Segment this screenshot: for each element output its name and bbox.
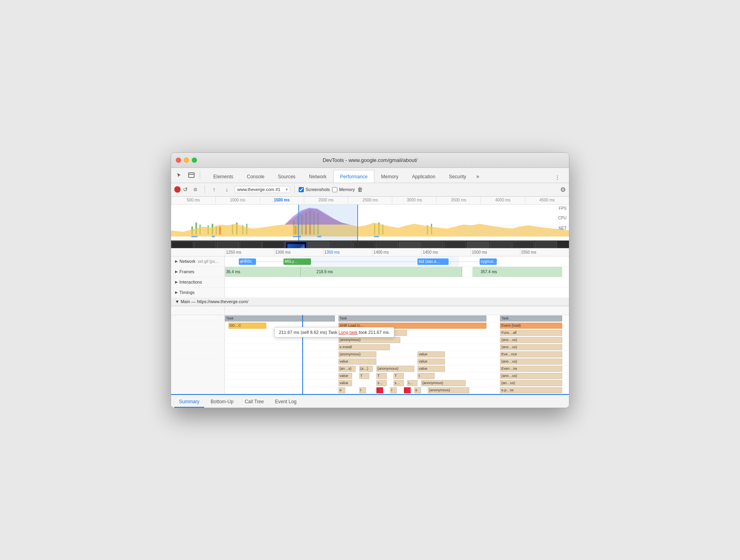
flame-block-value-5[interactable]: value — [339, 373, 352, 379]
flame-block-t-red1[interactable]: t — [376, 387, 383, 393]
flame-block-t3[interactable]: T — [394, 373, 404, 379]
timings-row-label[interactable]: ▶ Timings — [171, 288, 225, 298]
more-tabs-button[interactable]: » — [473, 170, 482, 183]
record-button[interactable] — [174, 186, 181, 193]
url-select[interactable]: www.theverge.com #1 ▼ — [234, 186, 290, 193]
frames-row-label[interactable]: ▶ Frames — [171, 267, 225, 277]
bar-label: aHR0c — [240, 259, 252, 264]
tab-network[interactable]: Network — [302, 170, 333, 183]
flame-block-value-6[interactable]: value — [339, 380, 352, 386]
flame-block-anus[interactable]: (an…us) — [500, 380, 562, 386]
download-button[interactable]: ↓ — [222, 184, 232, 195]
interactions-row-label[interactable]: ▶ Interactions — [171, 277, 225, 287]
frame-thumb — [331, 241, 352, 248]
flame-block-anon-3[interactable]: (ano…us) — [500, 344, 562, 350]
network-bar-1[interactable]: aHR0c — [239, 258, 256, 265]
screenshots-checkbox-group[interactable]: Screenshots — [299, 187, 330, 192]
tab-memory[interactable]: Memory — [374, 170, 405, 183]
flame-block-doc[interactable]: DO…C — [228, 323, 266, 329]
flame-block-value-1[interactable]: value — [417, 351, 445, 357]
network-bar-2[interactable]: M6Ly… — [283, 258, 311, 265]
tab-security[interactable]: Security — [442, 170, 473, 183]
flame-block[interactable]: Task — [339, 315, 486, 321]
flame-block-t5[interactable]: t — [359, 387, 366, 393]
main-section-title[interactable]: ▼ Main — https://www.theverge.com/ — [171, 299, 248, 304]
tab-elements[interactable]: Elements — [207, 170, 240, 183]
minimize-button[interactable] — [184, 158, 189, 163]
flame-block-anon-2[interactable]: (ano…us) — [500, 337, 562, 343]
flame-block-evenire[interactable]: Even…ire — [500, 366, 562, 372]
timings-expand-icon[interactable]: ▶ — [175, 290, 178, 294]
flame-block-t2[interactable]: T — [376, 373, 387, 379]
tab-console[interactable]: Console — [240, 170, 271, 183]
frame-bar-2[interactable]: 218.9 ms — [301, 267, 462, 277]
flame-block[interactable]: Task — [500, 315, 562, 321]
frame-bar-1[interactable]: 36.4 ms — [225, 267, 301, 277]
tab-call-tree[interactable]: Call Tree — [240, 396, 269, 408]
flame-block-anon-6[interactable]: (anonymous) — [376, 366, 414, 372]
maximize-button[interactable] — [192, 158, 197, 163]
flame-block-value-2[interactable]: value — [339, 359, 376, 365]
flame-block-funcall[interactable]: Func…all — [500, 330, 562, 336]
flame-block-value-4[interactable]: value — [417, 366, 445, 372]
screenshots-checkbox[interactable] — [299, 187, 304, 192]
memory-checkbox-group[interactable]: Memory — [332, 187, 355, 192]
flame-block-anon-5[interactable]: (ano…us) — [500, 359, 562, 365]
tab-bottom-up[interactable]: Bottom-Up — [206, 396, 238, 408]
detail-ruler-1450ms: 1450 ms — [421, 248, 470, 256]
timeline-overview[interactable]: 500 ms 1000 ms 1500 ms 2000 ms 2500 ms 3… — [171, 197, 569, 248]
flame-block-install[interactable]: e.install — [339, 344, 390, 350]
network-expand-icon[interactable]: ▶ — [175, 259, 178, 263]
ruler-500ms: 500 ms — [171, 197, 215, 204]
trash-icon[interactable]: 🗑 — [357, 186, 363, 193]
flame-block-t1[interactable]: T — [359, 373, 370, 379]
flame-block-xhr[interactable]: XHR Load (c… — [339, 323, 486, 329]
tab-performance[interactable]: Performance — [333, 170, 374, 183]
flame-block-anon-9[interactable]: (anonymous) — [428, 387, 469, 393]
upload-button[interactable]: ↑ — [209, 184, 219, 195]
flame-block-t-red2[interactable]: t — [404, 387, 411, 393]
flame-block-anon-8[interactable]: (anonymous) — [421, 380, 466, 386]
flame-block-t6[interactable]: t — [390, 387, 397, 393]
flame-block-ans[interactable]: (an…s) — [339, 366, 356, 372]
frame-thumb — [194, 241, 216, 248]
menu-button[interactable]: ⋮ — [552, 172, 563, 183]
cursor-icon[interactable] — [174, 170, 185, 180]
flame-block-i1[interactable]: i… — [407, 380, 417, 386]
interactions-expand-icon[interactable]: ▶ — [175, 280, 178, 284]
flame-block-e1[interactable]: e — [339, 387, 345, 393]
reload-button[interactable]: ↺ — [183, 186, 188, 193]
flame-block-evence[interactable]: Eve…nce — [500, 351, 562, 357]
tab-event-log[interactable]: Event Log — [270, 396, 301, 408]
flame-block-anon-4[interactable]: (anonymous) — [339, 351, 376, 357]
frames-expand-icon[interactable]: ▶ — [175, 270, 178, 274]
flame-block-anon-7[interactable]: (ano…us) — [500, 373, 562, 379]
flame-block-a[interactable]: (a…) — [359, 366, 373, 372]
dock-icon[interactable] — [186, 170, 197, 180]
flame-block-event-load[interactable]: Event (load) — [500, 323, 562, 329]
network-row-label[interactable]: ▶ Network xel.gif (px… — [171, 256, 225, 266]
flame-block-epss[interactable]: e.p…ss — [500, 387, 562, 393]
flame-block-s2[interactable]: s… — [394, 380, 404, 386]
flame-block-s1[interactable]: s… — [376, 380, 387, 386]
frames-label: Frames — [179, 269, 194, 274]
flame-block-t4[interactable]: t — [417, 373, 435, 379]
flame-block-value-3[interactable]: value — [417, 359, 445, 365]
bar-label: cygnus… — [481, 259, 497, 264]
clear-button[interactable]: ⊘ — [190, 184, 201, 195]
tab-sources[interactable]: Sources — [271, 170, 302, 183]
tab-summary[interactable]: Summary — [174, 396, 204, 408]
tab-application[interactable]: Application — [405, 170, 442, 183]
settings-icon[interactable]: ⚙ — [560, 186, 566, 193]
frame-bar-3[interactable]: 357.4 ms — [472, 267, 562, 277]
flame-block-e2[interactable]: e — [414, 387, 421, 393]
flame-block[interactable]: Task — [225, 315, 335, 321]
memory-checkbox[interactable] — [332, 187, 337, 192]
close-button[interactable] — [176, 158, 181, 163]
flame-block-microtasks[interactable]: Run Microtasks — [339, 330, 407, 336]
flame-block-anon-1[interactable]: (anonymous) — [339, 337, 400, 343]
frames-row-content: 36.4 ms 218.9 ms 357.4 ms — [225, 267, 569, 277]
network-bar-3[interactable]: bid (aax.a… — [417, 258, 449, 265]
timings-row-content — [225, 288, 569, 298]
network-bar-4[interactable]: cygnus… — [480, 258, 497, 265]
